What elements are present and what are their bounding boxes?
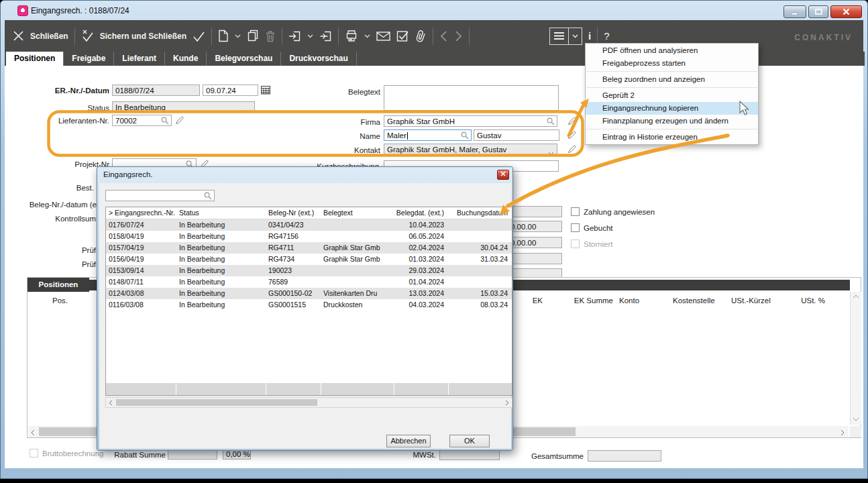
search-icon[interactable] — [161, 117, 169, 126]
edit-pencil-icon[interactable] — [567, 116, 576, 128]
scroll-up-icon[interactable] — [853, 294, 859, 299]
close-window-button[interactable] — [830, 5, 862, 18]
minimize-button[interactable] — [783, 5, 806, 18]
column-pos[interactable]: Pos. — [41, 297, 68, 305]
titlebar[interactable]: Eingangsrech. : 0188/07/24 — [0, 0, 868, 20]
invoice-row[interactable]: 0176/07/24In Bearbeitung0341/04/2310.04.… — [106, 219, 512, 231]
email-icon[interactable] — [376, 31, 390, 42]
scroll-right-icon[interactable] — [840, 429, 845, 436]
header-belegtext[interactable]: Belegtext — [321, 207, 393, 219]
import-icon[interactable] — [288, 30, 301, 42]
prev-record-icon[interactable] — [439, 30, 448, 42]
dialog-search-input[interactable] — [105, 190, 215, 201]
menu-item-eingangsrechnung-kopieren[interactable]: Eingangsrechnung kopieren — [586, 102, 758, 115]
storniert-checkbox[interactable] — [571, 239, 580, 248]
firma-field[interactable]: Graphik Star GmbH — [384, 115, 557, 127]
chevron-down-icon[interactable] — [307, 34, 313, 38]
tab-kunde[interactable]: Kunde — [165, 52, 207, 66]
header-buchungsdatum[interactable]: Buchungsdatum — [447, 207, 510, 219]
bruttoberechnung-checkbox[interactable] — [30, 449, 38, 458]
search-icon[interactable] — [204, 192, 212, 201]
header-status[interactable]: Status — [176, 207, 266, 219]
lieferanten-nr-field[interactable]: 70002 — [112, 115, 172, 126]
status-select[interactable]: In Bearbeitung — [112, 101, 255, 113]
search-icon[interactable] — [461, 131, 469, 141]
dialog-horizontal-scrollbar[interactable] — [105, 397, 512, 408]
close-button[interactable]: Schließen — [30, 32, 68, 41]
maximize-button[interactable] — [808, 5, 828, 18]
tab-positionen[interactable]: Positionen — [6, 52, 64, 66]
nachname-field[interactable]: Maler — [384, 129, 472, 141]
help-icon[interactable]: ? — [604, 30, 609, 42]
zahlung-angewiesen-checkbox[interactable] — [571, 207, 580, 216]
menu-item-finanzplanung[interactable]: Finanzplanung erzeugen und ändern — [586, 115, 758, 127]
status-value: In Bearbeitung — [115, 103, 166, 111]
task-check-icon[interactable] — [396, 30, 409, 42]
vorname-field[interactable]: Gustav — [474, 129, 559, 141]
column-ust-prozent[interactable]: USt. % — [792, 297, 825, 305]
save-close-button[interactable]: Sichern und Schließen — [100, 32, 186, 41]
invoice-table-header: > Eingangsrechn.-Nr. Status Beleg-Nr (ex… — [106, 207, 512, 219]
delete-icon[interactable] — [265, 30, 276, 42]
edit-pencil-icon[interactable] — [175, 115, 184, 127]
duplicate-icon[interactable] — [247, 30, 259, 42]
tab-belegvorschau[interactable]: Belegvorschau — [207, 52, 281, 66]
invoice-row[interactable]: 0148/07/11In Bearbeitung7658901.04.2024 — [106, 276, 512, 288]
menu-item-beleg-zuordnen[interactable]: Beleg zuordnen und anzeigen — [586, 73, 758, 86]
check-icon[interactable] — [193, 31, 205, 42]
scroll-left-icon[interactable] — [109, 400, 113, 406]
invoice-row[interactable]: 0156/04/19In BearbeitungRG4734Graphik St… — [106, 254, 512, 265]
scrollbar-corner — [850, 426, 861, 437]
info-icon[interactable]: i — [588, 30, 591, 42]
menu-button[interactable] — [549, 28, 569, 45]
export-icon[interactable] — [319, 30, 332, 42]
tab-lieferant[interactable]: Lieferant — [114, 52, 165, 66]
menu-item-freigabeprozess[interactable]: Freigabeprozess starten — [586, 57, 758, 70]
menu-item-pdf-oeffnen[interactable]: PDF öffnen und analysieren — [586, 44, 758, 57]
close-icon[interactable] — [13, 30, 24, 42]
edit-pencil-icon[interactable] — [567, 130, 576, 142]
header-beleg-nr[interactable]: Beleg-Nr (ext.) — [266, 207, 321, 219]
column-ek-summe[interactable]: EK Summe — [557, 297, 613, 305]
scroll-left-icon[interactable] — [31, 429, 35, 436]
chevron-down-icon[interactable] — [364, 34, 370, 38]
er-nr-field[interactable]: 0188/07/24 — [112, 85, 200, 96]
scroll-right-icon[interactable] — [505, 400, 509, 406]
menu-dropdown-button[interactable] — [568, 28, 582, 45]
attachment-icon[interactable] — [415, 30, 427, 43]
menu-item-geprueft-2[interactable]: Geprüft 2 — [586, 89, 758, 102]
ok-button[interactable]: OK — [449, 435, 490, 447]
invoice-row[interactable]: 0124/03/08In BearbeitungGS000150-02Visit… — [106, 288, 512, 299]
menu-item-eintrag-historie[interactable]: Eintrag in Historie erzeugen — [586, 131, 758, 144]
er-date-field[interactable]: 09.07.24 — [203, 85, 258, 96]
save-close-icon[interactable] — [81, 30, 94, 43]
belegtext-field[interactable] — [384, 85, 559, 111]
invoice-row[interactable]: 0116/03/08In BearbeitungGS0001515Druckko… — [106, 299, 512, 311]
scroll-down-icon[interactable] — [853, 417, 859, 421]
header-eingangsrechn-nr[interactable]: > Eingangsrechn.-Nr. — [106, 207, 176, 219]
invoice-row[interactable]: 0158/04/19In BearbeitungRG4715606.05.202… — [106, 231, 512, 242]
column-kostenstelle[interactable]: Kostenstelle — [673, 297, 715, 305]
gesamtsumme-field[interactable] — [588, 450, 661, 462]
column-ust-kuerzel[interactable]: USt.-Kürzel — [731, 297, 771, 305]
new-document-icon[interactable] — [218, 30, 229, 42]
invoice-row[interactable]: 0157/04/19In BearbeitungRG4711Graphik St… — [106, 242, 512, 254]
chevron-down-icon[interactable] — [235, 34, 241, 38]
invoice-cell: GS000150-02 — [266, 288, 321, 299]
print-icon[interactable] — [345, 30, 358, 42]
search-icon[interactable] — [547, 117, 555, 127]
next-record-icon[interactable] — [454, 30, 463, 42]
edit-pencil-icon[interactable] — [567, 144, 576, 156]
kontakt-select[interactable]: Graphik Star GmbH, Maler, Gustav — [384, 144, 557, 155]
tab-freigabe[interactable]: Freigabe — [64, 52, 114, 66]
header-belegdat[interactable]: Belegdat. (ext.) — [393, 207, 447, 219]
column-konto[interactable]: Konto — [619, 297, 639, 305]
scrollbar-thumb[interactable] — [116, 399, 317, 406]
vertical-scrollbar[interactable] — [850, 292, 861, 425]
gebucht-checkbox[interactable] — [571, 223, 580, 232]
cancel-button[interactable]: Abbrechen — [386, 435, 431, 447]
dialog-close-button[interactable] — [497, 170, 509, 180]
calendar-icon[interactable] — [261, 85, 270, 97]
invoice-row[interactable]: 0153/09/14In Bearbeitung19002329.03.2024 — [106, 265, 512, 276]
tab-druckvorschau[interactable]: Druckvorschau — [281, 52, 356, 66]
